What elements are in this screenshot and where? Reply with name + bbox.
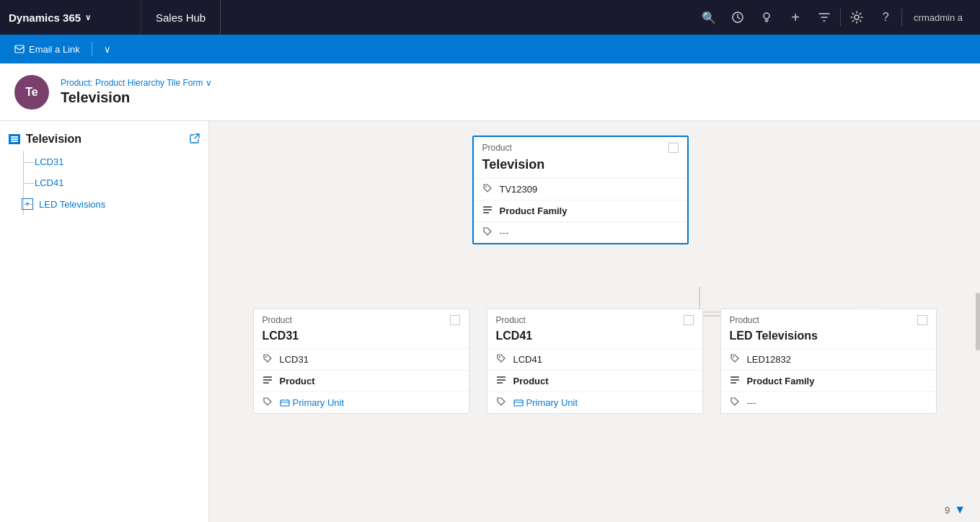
led-tv-label[interactable]: LED Televisions xyxy=(39,199,105,210)
form-chevron: ∨ xyxy=(206,78,212,88)
svg-rect-29 xyxy=(514,400,523,406)
led-tv-row2-val: Product Family xyxy=(747,376,815,386)
led-tv-row3: --- xyxy=(721,392,936,413)
svg-point-7 xyxy=(485,186,487,187)
svg-rect-21 xyxy=(263,376,272,378)
email-link-dropdown[interactable]: ∨ xyxy=(98,41,117,58)
svg-rect-24 xyxy=(281,400,289,406)
led-tv-row2: Product Family xyxy=(721,370,936,392)
lcd41-row1-val: LCD41 xyxy=(513,354,542,365)
lcd41-row3-val[interactable]: Primary Unit xyxy=(513,397,578,408)
lcd41-label[interactable]: LCD41 xyxy=(35,177,63,188)
lcd41-tag-icon2 xyxy=(496,397,506,409)
svg-rect-23 xyxy=(263,382,269,384)
led-tv-checkbox[interactable] xyxy=(917,315,927,325)
lcd31-row2-val: Product xyxy=(280,376,315,386)
top-nav-icons: 🔍 + ? crmadmin a xyxy=(696,4,980,30)
record-header: Te Product: Product Hierarchy Tile Form … xyxy=(0,63,980,121)
lcd41-card-header: Product xyxy=(487,309,702,328)
lcd41-row3[interactable]: Primary Unit xyxy=(487,392,702,413)
svg-rect-31 xyxy=(730,376,739,378)
email-icon xyxy=(14,44,25,54)
sidebar-item-led-tv[interactable]: + LED Televisions xyxy=(0,193,208,215)
sidebar-tree: Television LCD31 LCD41 xyxy=(0,121,209,522)
lcd41-row2: Product xyxy=(487,370,702,392)
page-down-arrow[interactable]: ▼ xyxy=(954,503,966,516)
led-tv-product-card: Product LED Televisions LED12832 xyxy=(720,309,937,414)
sidebar-item-lcd41[interactable]: LCD41 xyxy=(0,172,208,193)
tree-root-left: Television xyxy=(9,133,81,146)
lcd31-card-wrapper: Product LCD31 LCD31 xyxy=(253,309,469,414)
svg-rect-33 xyxy=(730,382,736,384)
secondary-nav: Email a Link ∨ xyxy=(0,35,980,63)
tree-horiz-line xyxy=(23,162,35,163)
lcd41-hier-icon xyxy=(496,375,506,387)
hierarchy-icon xyxy=(482,205,493,217)
lcd31-hier-icon xyxy=(262,375,273,387)
unit-icon xyxy=(280,398,290,408)
svg-rect-5 xyxy=(11,138,18,140)
lcd31-title: LCD31 xyxy=(254,328,469,348)
lcd31-row1: LCD31 xyxy=(254,348,469,370)
svg-rect-32 xyxy=(730,379,739,381)
lcd41-row1: LCD41 xyxy=(487,348,702,370)
sidebar-item-lcd31[interactable]: LCD31 xyxy=(0,151,208,172)
svg-rect-4 xyxy=(11,136,18,138)
lcd31-row3-val[interactable]: Primary Unit xyxy=(280,397,345,408)
tree-children: LCD31 LCD41 + LED Televisions xyxy=(0,151,208,215)
lcd41-title: LCD41 xyxy=(487,328,702,348)
sidebar-item-television[interactable]: Television xyxy=(0,127,208,151)
lcd31-label[interactable]: LCD31 xyxy=(35,156,63,167)
svg-rect-9 xyxy=(483,209,492,211)
brand-chevron: ∨ xyxy=(85,13,91,22)
svg-rect-26 xyxy=(497,376,506,378)
led-tv-tag-icon2 xyxy=(730,397,740,409)
led-tv-title: LED Televisions xyxy=(721,328,936,348)
svg-point-20 xyxy=(265,356,267,358)
svg-rect-3 xyxy=(15,45,24,53)
lcd31-product-card: Product LCD31 LCD31 xyxy=(253,309,469,414)
bulb-icon[interactable] xyxy=(754,4,780,30)
add-icon[interactable]: + xyxy=(782,4,808,30)
user-label[interactable]: crmadmin a xyxy=(905,12,971,23)
help-icon[interactable]: ? xyxy=(873,4,899,30)
lcd31-checkbox[interactable] xyxy=(450,315,460,325)
hierarchy-container: Product Television TV12309 xyxy=(209,121,980,522)
nav-sep xyxy=(92,42,92,56)
root-card-header: Product xyxy=(474,137,687,156)
tag-icon xyxy=(482,183,493,195)
root-card-row2: Product Family xyxy=(474,200,687,221)
lcd41-product-card: Product LCD41 LCD41 xyxy=(487,309,703,414)
lcd41-card-wrapper: Product LCD41 LCD41 xyxy=(487,309,703,414)
lcd31-row1-val: LCD31 xyxy=(280,354,309,365)
record-info: Product: Product Hierarchy Tile Form ∨ T… xyxy=(61,78,212,106)
svg-rect-6 xyxy=(11,141,18,142)
svg-rect-10 xyxy=(483,212,489,213)
root-card-title: Television xyxy=(474,156,687,178)
trophy-icon[interactable] xyxy=(725,4,751,30)
tree-collapse-icon[interactable] xyxy=(9,134,20,144)
root-card-type: Product xyxy=(482,143,512,153)
lcd31-row3[interactable]: Primary Unit xyxy=(254,392,469,413)
main-content: Television LCD31 LCD41 xyxy=(0,121,980,522)
filter-icon[interactable] xyxy=(811,4,837,30)
search-icon[interactable]: 🔍 xyxy=(696,4,722,30)
settings-icon[interactable] xyxy=(844,4,870,30)
brand-switcher[interactable]: Dynamics 365 ∨ xyxy=(0,0,141,35)
root-card-checkbox[interactable] xyxy=(668,143,679,153)
lcd41-row2-val: Product xyxy=(513,376,549,386)
svg-point-1 xyxy=(764,13,769,19)
dropdown-chevron: ∨ xyxy=(104,44,111,55)
lcd31-type: Product xyxy=(262,315,292,325)
form-label[interactable]: Product: Product Hierarchy Tile Form ∨ xyxy=(61,78,212,88)
lcd41-type: Product xyxy=(496,315,526,325)
email-link-button[interactable]: Email a Link xyxy=(9,41,86,58)
svg-rect-22 xyxy=(263,379,272,381)
external-link-icon[interactable] xyxy=(190,133,200,146)
scroll-handle[interactable] xyxy=(976,293,980,350)
hierarchy-canvas: Product Television TV12309 xyxy=(209,121,980,522)
svg-rect-8 xyxy=(483,206,492,208)
lcd41-checkbox[interactable] xyxy=(684,315,694,325)
led-tv-type: Product xyxy=(730,315,759,325)
led-tv-tag-icon xyxy=(730,353,740,366)
